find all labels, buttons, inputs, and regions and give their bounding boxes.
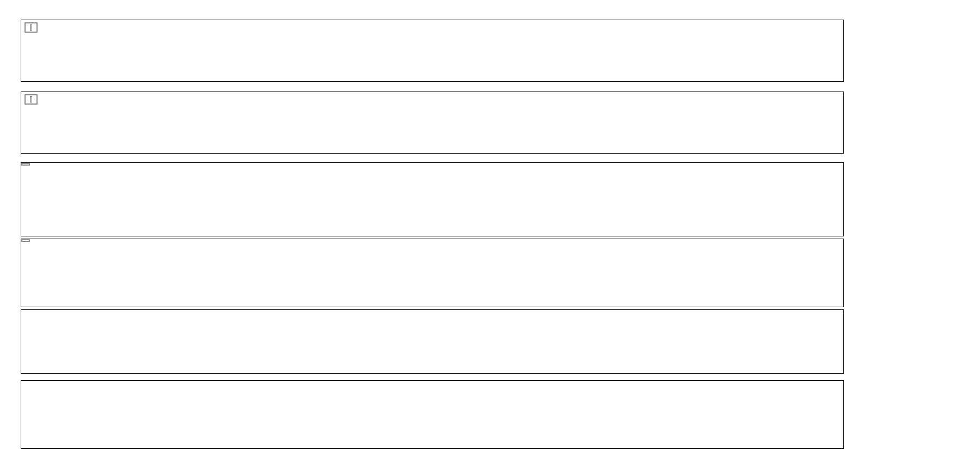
panel-v-velocity bbox=[21, 92, 844, 154]
panel-temperature bbox=[21, 380, 844, 449]
v-colorbar bbox=[30, 96, 32, 102]
u-colorbar-legend bbox=[24, 22, 38, 33]
adcp-figure-root bbox=[0, 0, 980, 463]
std-absi-label bbox=[21, 239, 30, 242]
panel-u-velocity bbox=[21, 20, 844, 82]
u-velocity-heatmap bbox=[21, 20, 843, 81]
std-absi-heatmap bbox=[21, 239, 843, 307]
v-velocity-heatmap bbox=[21, 92, 843, 153]
panel-mean-absi bbox=[21, 162, 844, 236]
temperature-lineplot bbox=[21, 381, 843, 448]
depth-variation-lineplot bbox=[21, 310, 843, 373]
mean-absi-label bbox=[21, 163, 30, 166]
panel-depth-variation bbox=[21, 309, 844, 374]
panel-std-absi bbox=[21, 239, 844, 307]
mean-absi-heatmap bbox=[21, 163, 843, 236]
v-colorbar-legend bbox=[24, 94, 38, 105]
u-colorbar bbox=[30, 25, 32, 31]
